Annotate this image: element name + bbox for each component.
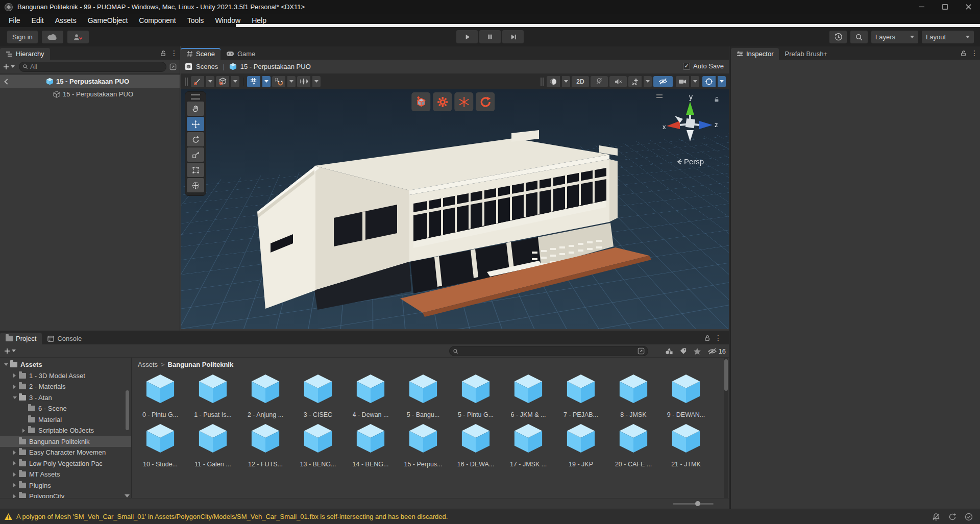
toolbar-handle[interactable] [541,78,544,86]
asset-item[interactable]: 4 - Dewan ... [345,373,396,418]
tab-scene[interactable]: Scene [181,48,220,60]
tree-item[interactable]: 2 - Materials [0,381,131,392]
camera-settings-dropdown[interactable] [691,76,699,87]
picker-icon[interactable] [169,63,177,70]
tool-settings-dropdown[interactable] [206,76,214,87]
kebab-icon[interactable] [715,334,722,342]
move-tool-button[interactable] [187,117,204,131]
favorite-star-icon[interactable] [693,347,701,355]
rotate-tool-button[interactable] [187,132,204,146]
axis-gizmo[interactable]: y x z [659,92,721,154]
tab-hierarchy[interactable]: Hierarchy [0,48,50,60]
auto-save-checkbox[interactable] [683,63,690,70]
tree-item[interactable]: Material [0,414,131,426]
asset-item[interactable]: 6 - JKM & ... [503,373,554,418]
tree-item[interactable]: Scriptable ObJects [0,425,131,436]
menu-item[interactable]: Edit [26,14,50,27]
asset-item[interactable]: 13 - BENG... [292,422,344,468]
asset-item[interactable]: 3 - CISEC [292,373,344,418]
tree-item[interactable]: Plugins [0,480,131,491]
tree-item[interactable]: PolygonCity [0,491,131,498]
projection-mode-toggle[interactable]: Persp [676,157,704,166]
prefab-back-arrow-icon[interactable] [4,79,10,84]
maximize-button[interactable] [933,0,957,14]
tree-scroll-down-arrow[interactable] [125,494,130,497]
snap-axes-button[interactable] [454,92,473,111]
icon-zoom-slider[interactable] [673,503,714,505]
menu-item[interactable]: GameObject [82,14,134,27]
tab-console[interactable]: Console [42,333,87,344]
pause-button[interactable] [479,30,501,43]
picker-icon[interactable] [638,347,645,355]
menu-item[interactable]: Assets [50,14,82,27]
kebab-icon[interactable] [170,49,178,57]
snap-increment-dropdown[interactable] [312,76,321,87]
tree-item[interactable]: 3 - Atan [0,392,131,404]
pivot-mode-button[interactable] [216,76,229,87]
search-everything-button[interactable] [850,31,868,43]
scene-visibility-button[interactable] [653,76,673,87]
tree-item[interactable]: Assets [0,359,131,370]
transform-tool-button[interactable] [187,178,204,192]
auto-save-toggle[interactable]: Auto Save [683,62,724,70]
sign-in-button[interactable]: Sign in [7,31,38,43]
asset-item[interactable]: 2 - Anjung ... [240,373,291,418]
lock-icon[interactable] [160,50,166,57]
tab-prefab-brush[interactable]: Prefab Brush+ [779,48,832,60]
pivot-mode-dropdown[interactable] [231,76,239,87]
toolbar-handle[interactable] [185,78,188,86]
expand-arrow-icon[interactable] [3,363,9,366]
layout-dropdown[interactable]: Layout [922,31,974,43]
grid-snap-dropdown[interactable] [287,76,296,87]
undo-history-button[interactable] [829,31,847,43]
tab-game[interactable]: Game [220,48,261,60]
expand-arrow-icon[interactable] [20,429,27,433]
expand-arrow-icon[interactable] [11,451,18,455]
lock-icon[interactable] [960,50,967,57]
scene-lighting-button[interactable] [591,76,608,87]
bell-muted-icon[interactable] [932,513,940,521]
label-tag-icon[interactable] [679,347,687,355]
cloud-button[interactable] [42,31,63,43]
close-button[interactable] [957,0,980,14]
tree-scrollbar-thumb[interactable] [126,390,129,430]
asset-item[interactable]: 20 - CAFE ... [608,422,659,468]
breadcrumb-prefab[interactable]: 15 - Perpustakaan PUO [240,63,311,70]
asset-item[interactable]: 16 - DEWA... [450,422,501,468]
tab-project[interactable]: Project [0,333,42,344]
asset-item[interactable]: 7 - PEJAB... [555,373,606,418]
2d-toggle-button[interactable]: 2D [572,76,589,87]
play-button[interactable] [456,30,478,43]
camera-settings-button[interactable] [676,76,689,87]
hierarchy-prefab-root-row[interactable]: 15 - Perpustakaan PUO [0,75,180,88]
rect-tool-button[interactable] [187,163,204,177]
effects-dropdown[interactable] [644,76,652,87]
tab-inspector[interactable]: Inspector [731,48,779,60]
add-prefab-button[interactable] [411,92,430,111]
status-bar[interactable]: A polygon of Mesh 'SM_Veh_Car_Small_01' … [0,509,980,524]
asset-item[interactable]: 9 - DEWAN... [660,373,712,418]
sync-icon[interactable] [948,513,957,521]
scale-tool-button[interactable] [187,147,204,162]
tree-item[interactable]: Low Poly Vegetation Pac [0,458,131,469]
gizmo-handle[interactable] [656,94,663,98]
component-tools-button[interactable] [702,76,716,87]
expand-arrow-icon[interactable] [11,385,18,389]
breadcrumb-scenes[interactable]: Scenes [196,63,218,70]
expand-arrow-icon[interactable] [11,461,18,465]
layers-dropdown[interactable]: Layers [871,31,918,43]
asset-item[interactable]: 10 - Stude... [135,422,186,468]
expand-arrow-icon[interactable] [11,373,18,378]
grid-scrollbar-thumb[interactable] [724,359,728,391]
asset-item[interactable]: 15 - Perpus... [398,422,449,468]
create-object-button[interactable] [3,64,15,70]
breadcrumb-assets[interactable]: Assets [138,361,158,368]
asset-item[interactable]: 8 - JMSK [608,373,659,418]
expand-arrow-icon[interactable] [11,494,18,498]
orientation-gizmo[interactable]: y x z Persp [659,92,721,169]
draw-mode-dropdown[interactable] [562,76,570,87]
grid-axis-button[interactable] [247,76,260,87]
create-asset-button[interactable] [4,348,16,354]
tree-item[interactable]: MT Assets [0,469,131,480]
menu-item[interactable]: Component [133,14,181,27]
